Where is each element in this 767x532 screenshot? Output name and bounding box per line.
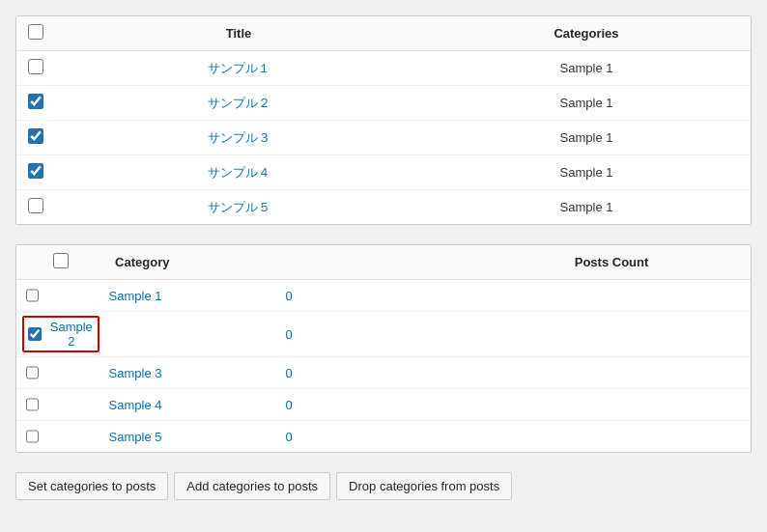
post-title-cell: サンプル３ <box>55 121 422 155</box>
drop-categories-button[interactable]: Drop categories from posts <box>336 472 512 500</box>
post-categories-cell: Sample 1 <box>422 86 751 121</box>
table-row: サンプル４ Sample 1 <box>16 155 751 190</box>
post-category-value: Sample 1 <box>560 200 613 214</box>
cat-posts-count-value: 0 <box>285 366 292 380</box>
post-check-cell <box>16 86 55 121</box>
post-checkbox[interactable] <box>28 163 43 179</box>
post-categories-cell: Sample 1 <box>422 121 751 155</box>
post-category-value: Sample 1 <box>560 165 613 180</box>
post-title-link[interactable]: サンプル４ <box>208 164 270 182</box>
cat-checkbox[interactable] <box>28 326 42 342</box>
post-categories-cell: Sample 1 <box>422 51 751 86</box>
posts-title-header: Title <box>55 16 422 51</box>
table-row: Sample 3 0 <box>16 357 751 389</box>
posts-check-all-checkbox[interactable] <box>28 24 43 40</box>
posts-categories-header: Categories <box>422 16 751 51</box>
cat-check-cell: Sample 5 <box>16 421 55 452</box>
post-check-cell <box>16 121 55 155</box>
table-row: Sample 4 0 <box>16 389 751 421</box>
cat-name-link[interactable]: Sample 5 <box>77 430 193 444</box>
cat-posts-count-cell: 0 <box>105 312 472 357</box>
post-check-cell <box>16 51 55 86</box>
post-title-cell: サンプル４ <box>55 155 422 190</box>
posts-check-all-header <box>16 16 55 51</box>
post-title-cell: サンプル５ <box>55 190 422 225</box>
cat-posts-count-value: 0 <box>285 430 292 444</box>
post-checkbox[interactable] <box>28 128 43 144</box>
cat-check-all-checkbox[interactable] <box>53 253 69 268</box>
cat-name-link[interactable]: Sample 1 <box>77 289 193 303</box>
cat-checkbox[interactable] <box>26 429 39 444</box>
posts-table-container: Title Categories サンプル１ Sample 1 サンプル２ <box>15 15 752 225</box>
post-title-link[interactable]: サンプル２ <box>208 95 270 112</box>
cat-posts-count-header: Posts Count <box>472 245 751 280</box>
cat-name-link[interactable]: Sample 4 <box>77 398 193 412</box>
post-title-link[interactable]: サンプル５ <box>208 199 270 216</box>
table-row: Sample 2 0 <box>16 312 751 357</box>
cat-check-cell: Sample 3 <box>16 357 55 388</box>
post-checkbox[interactable] <box>28 59 43 74</box>
categories-table-body: Sample 1 0 Sample 2 0 Samp <box>16 280 751 453</box>
post-title-link[interactable]: サンプル３ <box>208 129 270 147</box>
table-row: サンプル１ Sample 1 <box>16 51 751 86</box>
cat-name-link[interactable]: Sample 3 <box>77 366 193 380</box>
table-row: サンプル３ Sample 1 <box>16 121 751 155</box>
cat-check-all-header <box>16 245 105 280</box>
action-buttons-row: Set categories to posts Add categories t… <box>15 472 752 500</box>
posts-table-body: サンプル１ Sample 1 サンプル２ Sample 1 サンプル３ <box>16 51 751 225</box>
post-title-cell: サンプル１ <box>55 51 422 86</box>
table-row: Sample 5 0 <box>16 421 751 453</box>
cat-checkbox[interactable] <box>26 288 39 303</box>
add-categories-button[interactable]: Add categories to posts <box>174 472 330 500</box>
cat-highlight-wrap: Sample 2 <box>22 316 99 352</box>
post-categories-cell: Sample 1 <box>422 190 751 225</box>
post-category-value: Sample 1 <box>560 61 613 75</box>
post-check-cell <box>16 190 55 225</box>
categories-table-container: Category Posts Count Sample 1 0 Sample 2 <box>15 244 752 453</box>
cat-posts-count-value: 0 <box>285 398 292 412</box>
post-categories-cell: Sample 1 <box>422 155 751 190</box>
cat-posts-count-value: 0 <box>285 327 292 342</box>
table-row: Sample 1 0 <box>16 280 751 312</box>
cat-checkbox[interactable] <box>26 365 39 380</box>
post-check-cell <box>16 155 55 190</box>
post-checkbox[interactable] <box>28 94 43 109</box>
cat-check-cell: Sample 1 <box>16 280 55 311</box>
post-category-value: Sample 1 <box>560 96 613 110</box>
cat-checkbox[interactable] <box>26 397 39 412</box>
cat-check-cell: Sample 4 <box>16 389 55 420</box>
post-title-link[interactable]: サンプル１ <box>208 60 270 77</box>
categories-table: Category Posts Count Sample 1 0 Sample 2 <box>16 245 751 452</box>
cat-check-cell: Sample 2 <box>16 312 105 357</box>
table-row: サンプル２ Sample 1 <box>16 86 751 121</box>
post-checkbox[interactable] <box>28 198 43 213</box>
post-title-cell: サンプル２ <box>55 86 422 121</box>
cat-name-link[interactable]: Sample 2 <box>49 320 95 349</box>
posts-table: Title Categories サンプル１ Sample 1 サンプル２ <box>16 16 751 224</box>
post-category-value: Sample 1 <box>560 130 613 145</box>
set-categories-button[interactable]: Set categories to posts <box>15 472 168 500</box>
cat-category-header: Category <box>105 245 472 280</box>
table-row: サンプル５ Sample 1 <box>16 190 751 225</box>
cat-posts-count-value: 0 <box>285 289 292 303</box>
